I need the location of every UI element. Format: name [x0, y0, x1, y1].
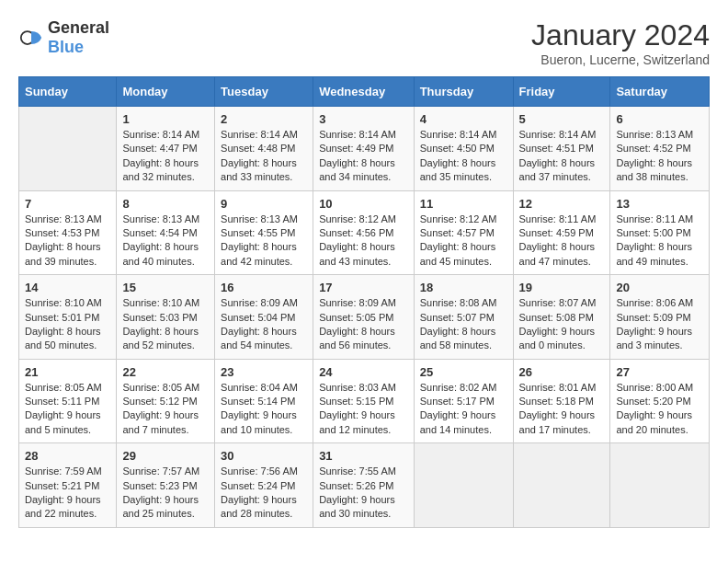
cell-sunset: Sunset: 5:21 PM [25, 479, 110, 493]
cell-sunrise: Sunrise: 8:09 AM [319, 296, 408, 310]
cell-sunset: Sunset: 4:51 PM [519, 142, 605, 155]
cell-sunrise: Sunrise: 8:13 AM [616, 128, 703, 142]
cell-sunset: Sunset: 4:54 PM [122, 226, 209, 240]
cell-sunrise: Sunrise: 8:13 AM [25, 213, 110, 226]
calendar-table: Sunday Monday Tuesday Wednesday Thursday… [18, 76, 710, 528]
day-number: 31 [319, 449, 408, 463]
cell-sunrise: Sunrise: 8:03 AM [319, 381, 408, 395]
day-number: 17 [319, 281, 408, 294]
cell-sunrise: Sunrise: 8:11 AM [616, 213, 703, 226]
header-sunday: Sunday [19, 77, 117, 107]
day-number: 8 [122, 197, 209, 211]
calendar-cell: 10Sunrise: 8:12 AMSunset: 4:56 PMDayligh… [313, 190, 415, 275]
calendar-cell: 20Sunrise: 8:06 AMSunset: 5:09 PMDayligh… [610, 275, 710, 360]
day-number: 29 [122, 449, 209, 463]
cell-sunset: Sunset: 4:55 PM [221, 226, 307, 240]
cell-daylight: Daylight: 9 hours and 10 minutes. [221, 408, 307, 437]
day-number: 11 [420, 197, 507, 211]
cell-daylight: Daylight: 9 hours and 25 minutes. [122, 493, 209, 522]
cell-sunrise: Sunrise: 8:13 AM [122, 213, 209, 226]
cell-sunrise: Sunrise: 8:04 AM [221, 381, 307, 395]
cell-sunset: Sunset: 5:17 PM [420, 395, 507, 408]
calendar-cell: 14Sunrise: 8:10 AMSunset: 5:01 PMDayligh… [19, 275, 117, 360]
logo: General Blue [18, 18, 109, 57]
day-number: 25 [420, 365, 507, 379]
cell-sunset: Sunset: 5:18 PM [519, 395, 605, 408]
cell-sunrise: Sunrise: 7:55 AM [319, 465, 408, 478]
calendar-cell: 18Sunrise: 8:08 AMSunset: 5:07 PMDayligh… [414, 275, 513, 360]
cell-sunset: Sunset: 5:03 PM [122, 311, 209, 325]
cell-sunset: Sunset: 5:07 PM [420, 311, 507, 325]
calendar-cell: 4Sunrise: 8:14 AMSunset: 4:50 PMDaylight… [414, 107, 513, 191]
cell-sunrise: Sunrise: 8:09 AM [221, 296, 307, 310]
cell-sunrise: Sunrise: 7:59 AM [25, 465, 110, 478]
day-number: 15 [122, 281, 209, 294]
day-number: 10 [319, 197, 408, 211]
header-monday: Monday [117, 77, 215, 107]
cell-daylight: Daylight: 8 hours and 52 minutes. [122, 325, 209, 353]
month-year: January 2024 [531, 18, 710, 52]
cell-sunset: Sunset: 4:47 PM [122, 142, 209, 155]
cell-sunset: Sunset: 4:53 PM [25, 226, 110, 240]
day-number: 13 [616, 197, 703, 211]
calendar-cell: 30Sunrise: 7:56 AMSunset: 5:24 PMDayligh… [215, 443, 313, 528]
calendar-cell: 19Sunrise: 8:07 AMSunset: 5:08 PMDayligh… [513, 275, 610, 360]
cell-sunrise: Sunrise: 8:06 AM [616, 296, 703, 310]
cell-sunset: Sunset: 5:09 PM [616, 311, 703, 325]
cell-daylight: Daylight: 8 hours and 42 minutes. [221, 240, 307, 269]
cell-daylight: Daylight: 9 hours and 28 minutes. [221, 493, 307, 522]
cell-daylight: Daylight: 9 hours and 7 minutes. [122, 408, 209, 437]
header-wednesday: Wednesday [313, 77, 415, 107]
day-number: 30 [221, 449, 307, 463]
calendar-cell: 12Sunrise: 8:11 AMSunset: 4:59 PMDayligh… [513, 190, 610, 275]
day-number: 7 [25, 197, 110, 211]
cell-daylight: Daylight: 9 hours and 20 minutes. [616, 408, 703, 437]
day-number: 1 [122, 112, 209, 126]
cell-daylight: Daylight: 8 hours and 32 minutes. [122, 156, 209, 185]
title-block: January 2024 Bueron, Lucerne, Switzerlan… [531, 18, 710, 67]
calendar-cell [513, 443, 610, 528]
cell-daylight: Daylight: 9 hours and 5 minutes. [25, 408, 110, 437]
cell-sunrise: Sunrise: 8:14 AM [122, 128, 209, 142]
cell-daylight: Daylight: 8 hours and 35 minutes. [420, 156, 507, 185]
logo-text: General Blue [48, 18, 109, 57]
calendar-cell: 22Sunrise: 8:05 AMSunset: 5:12 PMDayligh… [117, 359, 215, 443]
cell-daylight: Daylight: 8 hours and 33 minutes. [221, 156, 307, 185]
day-number: 2 [221, 112, 307, 126]
cell-sunset: Sunset: 5:20 PM [616, 395, 703, 408]
cell-daylight: Daylight: 8 hours and 39 minutes. [25, 240, 110, 269]
calendar-cell: 11Sunrise: 8:12 AMSunset: 4:57 PMDayligh… [414, 190, 513, 275]
cell-sunrise: Sunrise: 8:10 AM [25, 296, 110, 310]
calendar-week-row: 7Sunrise: 8:13 AMSunset: 4:53 PMDaylight… [19, 190, 710, 275]
cell-sunrise: Sunrise: 8:10 AM [122, 296, 209, 310]
cell-sunset: Sunset: 5:26 PM [319, 479, 408, 493]
calendar-cell: 25Sunrise: 8:02 AMSunset: 5:17 PMDayligh… [414, 359, 513, 443]
calendar-cell: 5Sunrise: 8:14 AMSunset: 4:51 PMDaylight… [513, 107, 610, 191]
calendar-cell: 1Sunrise: 8:14 AMSunset: 4:47 PMDaylight… [117, 107, 215, 191]
cell-daylight: Daylight: 9 hours and 17 minutes. [519, 408, 605, 437]
calendar-cell [610, 443, 710, 528]
day-number: 14 [25, 281, 110, 294]
cell-sunrise: Sunrise: 8:12 AM [420, 213, 507, 226]
day-number: 24 [319, 365, 408, 379]
day-number: 23 [221, 365, 307, 379]
calendar-cell: 7Sunrise: 8:13 AMSunset: 4:53 PMDaylight… [19, 190, 117, 275]
calendar-cell: 6Sunrise: 8:13 AMSunset: 4:52 PMDaylight… [610, 107, 710, 191]
cell-sunset: Sunset: 5:05 PM [319, 311, 408, 325]
cell-sunset: Sunset: 4:57 PM [420, 226, 507, 240]
day-number: 4 [420, 112, 507, 126]
cell-sunrise: Sunrise: 8:07 AM [519, 296, 605, 310]
cell-daylight: Daylight: 8 hours and 40 minutes. [122, 240, 209, 269]
calendar-cell: 9Sunrise: 8:13 AMSunset: 4:55 PMDaylight… [215, 190, 313, 275]
day-number: 12 [519, 197, 605, 211]
day-number: 22 [122, 365, 209, 379]
cell-daylight: Daylight: 8 hours and 37 minutes. [519, 156, 605, 185]
cell-sunrise: Sunrise: 8:05 AM [122, 381, 209, 395]
header-friday: Friday [513, 77, 610, 107]
cell-sunset: Sunset: 4:50 PM [420, 142, 507, 155]
cell-sunrise: Sunrise: 8:13 AM [221, 213, 307, 226]
cell-daylight: Daylight: 9 hours and 30 minutes. [319, 493, 408, 522]
cell-daylight: Daylight: 8 hours and 49 minutes. [616, 240, 703, 269]
calendar-cell: 13Sunrise: 8:11 AMSunset: 5:00 PMDayligh… [610, 190, 710, 275]
cell-sunrise: Sunrise: 8:11 AM [519, 213, 605, 226]
